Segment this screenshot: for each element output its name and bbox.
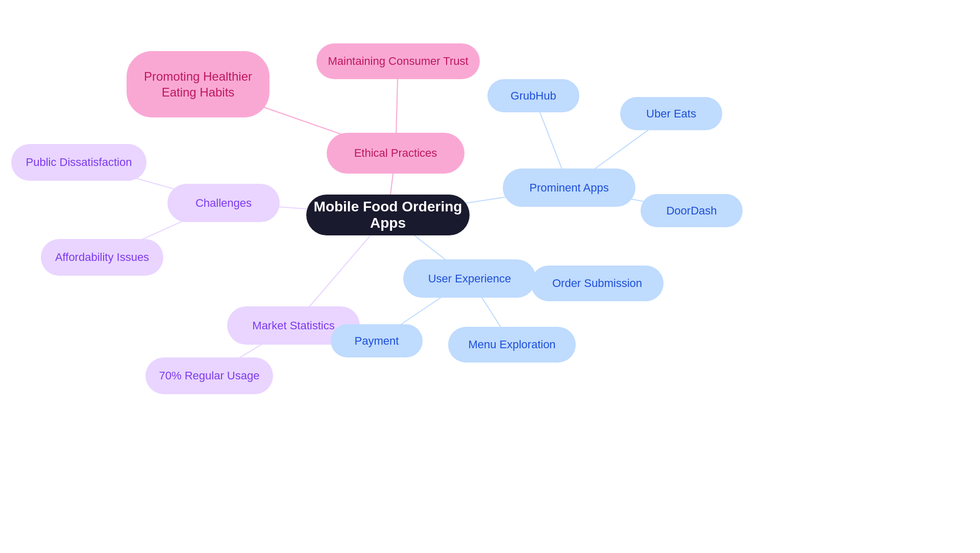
doordash-node: DoorDash: [641, 194, 743, 227]
public-dissatisfaction-node: Public Dissatisfaction: [11, 144, 146, 181]
order-submission-label: Order Submission: [552, 277, 642, 290]
consumer-trust-label: Maintaining Consumer Trust: [328, 55, 468, 68]
seventy-percent-label: 70% Regular Usage: [159, 369, 260, 382]
grubhub-label: GrubHub: [510, 89, 556, 103]
order-submission-node: Order Submission: [531, 266, 664, 301]
ubereats-node: Uber Eats: [620, 97, 722, 130]
prominent-apps-node: Prominent Apps: [503, 169, 635, 207]
ubereats-label: Uber Eats: [646, 107, 696, 121]
affordability-node: Affordability Issues: [41, 239, 163, 276]
seventy-percent-node: 70% Regular Usage: [145, 357, 273, 394]
promoting-label: Promoting Healthier Eating Habits: [127, 68, 270, 100]
prominent-apps-label: Prominent Apps: [529, 181, 608, 195]
ethical-label: Ethical Practices: [354, 147, 437, 160]
challenges-label: Challenges: [195, 197, 252, 210]
center-label: Mobile Food Ordering Apps: [306, 199, 470, 231]
promoting-node: Promoting Healthier Eating Habits: [127, 51, 270, 117]
consumer-trust-node: Maintaining Consumer Trust: [316, 43, 480, 79]
grubhub-node: GrubHub: [487, 79, 579, 112]
payment-label: Payment: [355, 334, 399, 348]
user-experience-node: User Experience: [403, 259, 536, 298]
user-experience-label: User Experience: [428, 272, 511, 285]
challenges-node: Challenges: [167, 184, 280, 222]
affordability-label: Affordability Issues: [55, 251, 149, 264]
ethical-practices-node: Ethical Practices: [327, 133, 464, 174]
public-dissatisfaction-label: Public Dissatisfaction: [26, 156, 132, 169]
doordash-label: DoorDash: [666, 204, 717, 218]
market-stats-label: Market Statistics: [252, 319, 334, 332]
payment-node: Payment: [331, 324, 423, 357]
menu-exploration-label: Menu Exploration: [468, 338, 555, 351]
center-node: Mobile Food Ordering Apps: [306, 195, 470, 235]
menu-exploration-node: Menu Exploration: [448, 327, 576, 363]
